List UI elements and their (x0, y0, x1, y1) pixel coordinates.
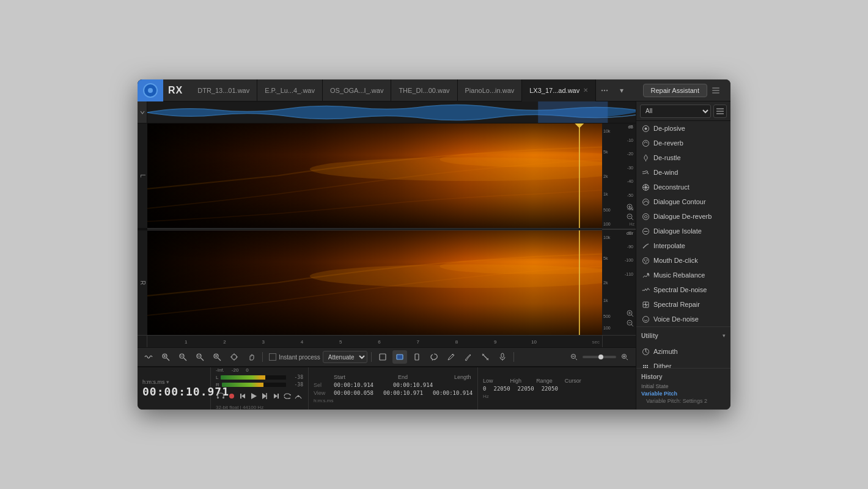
zoom-out-btn[interactable] (175, 350, 190, 364)
select-tool-btn[interactable] (227, 350, 241, 364)
zoom-btn[interactable] (158, 350, 173, 364)
effect-mouth-de-click[interactable]: Mouth De-click (636, 253, 730, 268)
de-wind-label: De-wind (653, 169, 678, 176)
selection-info: Start End Length Sel 00:00:10.914 00:00:… (309, 367, 478, 410)
headphones-btn[interactable] (216, 390, 226, 402)
waveform-view-btn[interactable] (141, 350, 156, 364)
effect-dialogue-de-reverb[interactable]: Dialogue De-reverb (636, 209, 730, 224)
dialogue-isolate-label: Dialogue Isolate (653, 227, 702, 235)
time-8: 8 (455, 339, 458, 344)
utility-header[interactable]: Utility ▾ (636, 327, 730, 344)
svg-rect-73 (278, 394, 279, 399)
svg-point-0 (601, 89, 603, 90)
pencil-btn[interactable] (444, 350, 458, 364)
instant-process-checkbox[interactable] (269, 353, 276, 361)
db-freq-scale: dB -10 -20 -30 -40 -50 -60 10k 5k 2k 1k (602, 123, 636, 335)
app-window: RX DTR_13...01.wav E.P._Lu...4_.wav OS_O… (138, 79, 730, 410)
play-sel-btn[interactable] (260, 390, 270, 402)
history-initial[interactable]: Initial State (641, 383, 726, 390)
zoom-in-time-btn[interactable] (617, 350, 632, 364)
effect-de-reverb[interactable]: De-reverb (636, 136, 730, 150)
effect-deconstruct[interactable]: Deconstruct (636, 180, 730, 194)
attenuate-tool-btn[interactable] (478, 350, 493, 364)
tab-5-active[interactable]: LX3_17...ad.wav ✕ (522, 79, 596, 101)
effect-de-wind[interactable]: De-wind (636, 165, 730, 180)
tab-close-icon[interactable]: ✕ (583, 87, 588, 94)
effect-dither[interactable]: Dither (636, 359, 730, 368)
zoom-out-freq-btn[interactable] (626, 213, 634, 221)
time-unit: h:m:s.ms (314, 398, 473, 403)
effect-voice-de-noise[interactable]: Voice De-noise (636, 312, 730, 326)
selection-freq-btn[interactable] (410, 350, 424, 364)
time-2: 2 (223, 339, 226, 344)
scrub-btn[interactable] (293, 390, 303, 402)
waveform-canvas[interactable] (147, 101, 636, 123)
svg-point-43 (232, 355, 237, 359)
svg-marker-72 (274, 394, 278, 399)
effect-interpolate[interactable]: Interpolate (636, 238, 730, 253)
effect-spectral-de-noise[interactable]: Spectral De-noise (636, 282, 730, 297)
zoom-in-freq2-btn[interactable] (626, 309, 634, 318)
tab-4[interactable]: PianoLo...in.wav (458, 79, 523, 101)
tab-2[interactable]: OS_OGA...I_.wav (323, 79, 391, 101)
tab-3[interactable]: THE_DI...00.wav (391, 79, 457, 101)
zoom-in-btn[interactable] (210, 350, 224, 364)
tab-1[interactable]: E.P._Lu...4_.wav (257, 79, 323, 101)
toolbar-sep-2 (371, 352, 372, 362)
utility-chevron-icon: ▾ (723, 333, 726, 339)
utility-section: Utility ▾ Azimuth Dither (636, 326, 730, 368)
lasso-btn[interactable] (427, 350, 441, 364)
dialogue-isolate-icon (641, 227, 650, 235)
effect-spectral-repair[interactable]: Spectral Repair (636, 297, 730, 312)
loop-btn[interactable] (282, 390, 292, 402)
effects-list: De-plosive De-reverb De-rustle De-wind (636, 121, 730, 368)
spectrogram-area[interactable] (147, 123, 602, 335)
tabs-dropdown-btn[interactable]: ▾ (613, 79, 630, 101)
channel-r-label: R (138, 230, 147, 335)
spectral-de-noise-icon (641, 285, 650, 294)
record-btn[interactable] (227, 390, 237, 402)
svg-point-92 (644, 259, 645, 260)
effect-de-plosive[interactable]: De-plosive (636, 121, 730, 136)
time-ruler-inner[interactable]: 1 2 3 4 5 6 7 8 9 10 sec (147, 336, 602, 347)
repair-assistant-button[interactable]: Repair Assistant (643, 84, 707, 97)
goto-start-btn[interactable] (238, 390, 248, 402)
freq-cursor: 22050 (542, 386, 558, 392)
time-9: 9 (494, 339, 496, 344)
audio-editor: L R (138, 101, 636, 410)
zoom-slider[interactable] (583, 356, 616, 358)
spectrogram-channel-r[interactable] (147, 230, 602, 335)
history-variable-pitch-settings[interactable]: Variable Pitch: Settings 2 (641, 397, 726, 405)
tab-0[interactable]: DTR_13...01.wav (190, 79, 257, 101)
effect-dialogue-contour[interactable]: Dialogue Contour (636, 194, 730, 209)
freq-unit: Hz (483, 394, 581, 399)
svg-point-94 (645, 261, 646, 262)
zoom-fit-btn[interactable] (193, 350, 207, 364)
zoom-out-time-btn[interactable] (567, 350, 581, 364)
panel-menu-btn[interactable] (713, 105, 727, 118)
effect-de-rustle[interactable]: De-rustle (636, 150, 730, 165)
effect-music-rebalance[interactable]: Music Rebalance (636, 268, 730, 282)
brush-btn[interactable] (461, 350, 476, 364)
hand-tool-btn[interactable] (244, 350, 259, 364)
spectrogram-channel-l[interactable] (147, 123, 602, 228)
svg-rect-104 (645, 365, 646, 366)
time-ruler: 1 2 3 4 5 6 7 8 9 10 sec (138, 335, 636, 347)
goto-end-btn[interactable] (271, 390, 281, 402)
main-content: L R (138, 101, 730, 410)
effect-dialogue-isolate[interactable]: Dialogue Isolate (636, 224, 730, 238)
selection-rect-btn[interactable] (375, 350, 390, 364)
selection-time-btn[interactable] (392, 350, 407, 364)
filter-select[interactable]: All Repair Utility (640, 105, 711, 118)
microphone-btn[interactable] (495, 350, 510, 364)
zoom-in-freq-btn[interactable] (626, 203, 634, 211)
play-btn[interactable] (249, 390, 259, 402)
waveform-toggle[interactable] (138, 101, 147, 123)
azimuth-icon (641, 347, 650, 356)
effect-azimuth[interactable]: Azimuth (636, 344, 730, 359)
history-variable-pitch[interactable]: Variable Pitch (641, 390, 726, 397)
channel-l-label: L (138, 123, 147, 228)
attenuate-select[interactable]: Attenuate (323, 351, 367, 363)
zoom-out-freq2-btn[interactable] (626, 319, 634, 328)
tabs-overflow-btn[interactable] (596, 79, 613, 101)
